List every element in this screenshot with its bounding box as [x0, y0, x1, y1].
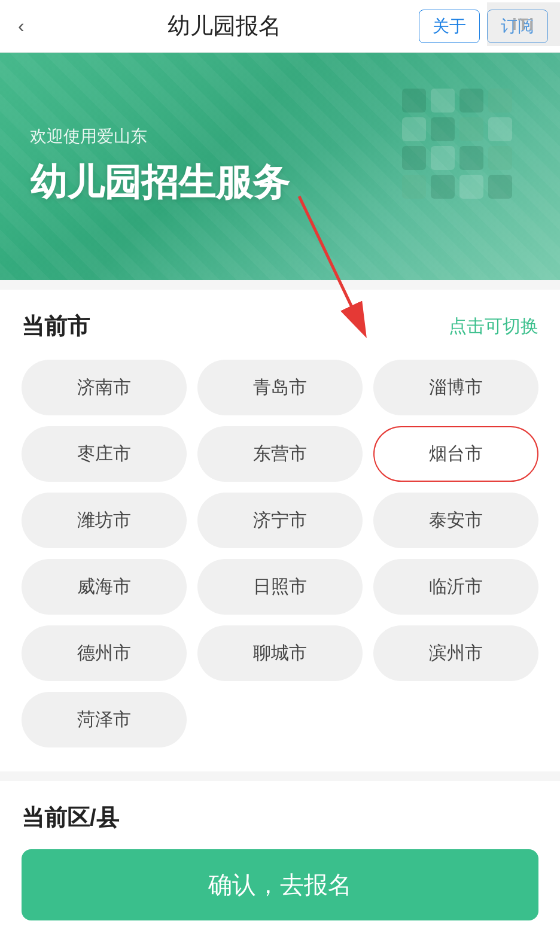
about-button[interactable]: 关于: [419, 10, 480, 43]
banner-subtitle: 欢迎使用爱山东: [30, 125, 530, 148]
city-button[interactable]: 菏泽市: [22, 692, 187, 747]
svg-line-1: [299, 196, 359, 322]
confirm-button[interactable]: 确认，去报名: [22, 849, 538, 920]
city-button[interactable]: 泰安市: [373, 493, 538, 548]
city-button[interactable]: 烟台市: [373, 426, 538, 482]
city-button[interactable]: 聊城市: [197, 625, 363, 681]
city-button[interactable]: 滨州市: [373, 625, 538, 681]
city-button[interactable]: 威海市: [22, 559, 187, 615]
city-button[interactable]: 济宁市: [197, 493, 363, 548]
confirm-bar: 确认，去报名: [0, 837, 560, 942]
back-button[interactable]: ‹: [12, 9, 31, 43]
city-button[interactable]: 济南市: [22, 360, 187, 415]
city-button[interactable]: 青岛市: [197, 360, 363, 415]
city-button[interactable]: 潍坊市: [22, 493, 187, 548]
city-button[interactable]: 东营市: [197, 426, 363, 482]
city-section-title: 当前市: [22, 311, 90, 342]
header: ‹ 幼儿园报名 关于 订阅 iTi: [0, 0, 560, 53]
city-button[interactable]: 日照市: [197, 559, 363, 615]
city-button[interactable]: 淄博市: [373, 360, 538, 415]
district-section-header: 当前区/县: [22, 803, 538, 833]
watermark: iTi: [487, 2, 560, 46]
red-arrow: [203, 184, 395, 340]
district-section-title: 当前区/县: [22, 803, 119, 833]
city-button[interactable]: 枣庄市: [22, 426, 187, 482]
page-title: 幼儿园报名: [31, 11, 419, 41]
city-section: 当前市 点击可切换 济南市青岛市淄博市枣庄市东营市烟台市潍坊市济宁市泰安市威海市…: [0, 290, 560, 771]
city-button[interactable]: 临沂市: [373, 559, 538, 615]
city-grid: 济南市青岛市淄博市枣庄市东营市烟台市潍坊市济宁市泰安市威海市日照市临沂市德州市聊…: [22, 360, 538, 747]
city-switch-action[interactable]: 点击可切换: [449, 314, 538, 339]
city-button[interactable]: 德州市: [22, 625, 187, 681]
